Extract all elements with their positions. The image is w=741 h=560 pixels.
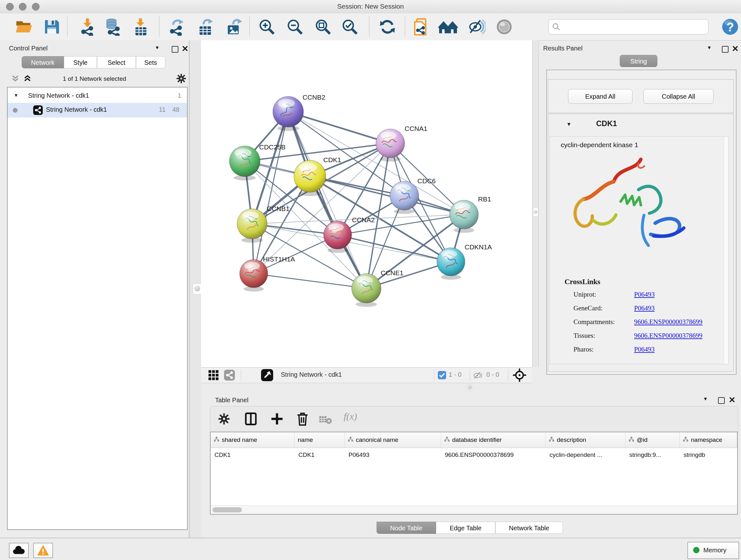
column-header-database-identifier[interactable]: database identifier [441, 432, 546, 448]
network-collection-row[interactable]: ▾ String Network - cdk1 1 [8, 89, 187, 103]
right-splitter-handle[interactable] [533, 207, 538, 216]
network-edge[interactable] [254, 112, 288, 273]
cloud-button[interactable] [9, 543, 29, 558]
column-header-namespace[interactable]: namespace [680, 432, 737, 448]
fit-selected-crosshair-icon[interactable] [513, 368, 527, 382]
tab-node-table[interactable]: Node Table [377, 522, 436, 534]
table-cell[interactable]: CDK1 [294, 448, 345, 462]
control-panel-menu-icon[interactable]: ▾ [156, 44, 158, 51]
network-node-CDKN1A[interactable]: CDKN1A [437, 243, 492, 276]
hidden-elements-eye-icon[interactable] [473, 370, 483, 381]
function-builder-icon[interactable]: f(x) [344, 411, 357, 422]
table-panel-close-icon[interactable] [729, 396, 735, 403]
results-scrollbar[interactable] [724, 137, 728, 364]
zoom-out-icon[interactable] [286, 18, 304, 36]
grid-view-icon[interactable] [208, 370, 219, 381]
network-node-RB1[interactable]: RB1 [450, 195, 491, 229]
string-show-hide-icon[interactable] [468, 18, 486, 36]
save-session-icon[interactable] [43, 18, 61, 36]
warnings-button[interactable] [33, 543, 53, 558]
table-options-gear-icon[interactable] [218, 413, 230, 425]
network-edge[interactable] [254, 273, 366, 288]
crosslink-value-link[interactable]: P06493 [634, 304, 655, 312]
network-node-HIST1H1A[interactable]: HIST1H1A [240, 255, 295, 288]
table-panel-float-icon[interactable] [718, 397, 725, 404]
tab-style[interactable]: Style [64, 56, 97, 68]
collection-collapse-icon[interactable]: ▾ [15, 92, 17, 99]
expand-all-button[interactable]: Expand All [568, 89, 632, 104]
results-panel-menu-icon[interactable]: ▾ [708, 44, 711, 51]
string-sphere-icon[interactable] [495, 18, 513, 36]
collapse-all-button[interactable]: Collapse All [643, 89, 714, 104]
protein-collapse-icon[interactable]: ▾ [567, 120, 570, 128]
tab-string-results[interactable]: String [620, 55, 657, 67]
string-view-icon[interactable] [224, 370, 235, 381]
network-node-CCNA1[interactable]: CCNA1 [376, 125, 427, 158]
help-icon[interactable]: ? [721, 18, 739, 36]
crosslink-value-link[interactable]: P06493 [634, 291, 655, 299]
table-cell[interactable]: 9606.ENSP00000378699 [441, 448, 546, 462]
column-header-name[interactable]: name [294, 432, 345, 448]
network-edge[interactable] [288, 112, 366, 288]
tab-network[interactable]: Network [22, 56, 64, 68]
crosslink-value-link[interactable]: P06493 [634, 346, 655, 354]
network-row-selected[interactable]: String Network - cdk1 11 48 [8, 103, 187, 118]
birds-eye-view-icon[interactable] [261, 369, 273, 381]
show-columns-icon[interactable] [244, 412, 258, 426]
table-horizontal-scrollbar[interactable] [211, 505, 737, 514]
table-cell[interactable]: cyclin-dependent ... [546, 448, 625, 462]
column-header-@id[interactable]: @id [625, 432, 680, 448]
tab-sets[interactable]: Sets [136, 56, 165, 68]
crosslink-value-link[interactable]: 9606.ENSP00000378699 [634, 318, 702, 326]
table-cell[interactable]: stringdb:9... [625, 448, 680, 462]
tab-select[interactable]: Select [97, 56, 136, 68]
network-edge[interactable] [338, 235, 451, 262]
export-table-icon[interactable] [197, 18, 214, 36]
tab-network-table[interactable]: Network Table [495, 522, 563, 534]
control-panel-close-icon[interactable] [182, 45, 188, 52]
delete-column-icon[interactable] [296, 412, 309, 426]
control-panel-float-icon[interactable] [172, 46, 179, 53]
network-edge[interactable] [288, 112, 390, 143]
import-table-file-icon[interactable] [131, 18, 149, 36]
network-edge[interactable] [310, 176, 464, 214]
network-options-gear-icon[interactable] [176, 73, 186, 84]
open-session-icon[interactable] [15, 18, 32, 36]
delete-table-icon[interactable] [319, 415, 332, 424]
network-graph[interactable]: CCNB2CCNA1CDC25BCDK1CDC6RB1CCNB1CCNA2CDK… [201, 40, 532, 367]
crosslink-value-link[interactable]: 9606.ENSP00000378699 [634, 332, 702, 340]
table-cell[interactable]: CDK1 [211, 448, 294, 462]
table-cell[interactable]: stringdb [680, 448, 737, 462]
protein-structure-image[interactable] [562, 154, 697, 260]
left-splitter-handle[interactable] [193, 284, 202, 294]
network-node-CCNB1[interactable]: CCNB1 [237, 205, 289, 239]
add-column-icon[interactable] [270, 412, 284, 426]
string-copy-document-icon[interactable] [412, 18, 430, 36]
refresh-view-icon[interactable] [379, 18, 396, 36]
column-header-description[interactable]: description [546, 432, 625, 448]
network-node-CCNB2[interactable]: CCNB2 [273, 94, 325, 127]
column-header-canonical-name[interactable]: canonical name [345, 432, 441, 448]
scrollbar-thumb[interactable] [212, 507, 242, 512]
zoom-fit-icon[interactable] [314, 18, 332, 36]
selected-checkbox-icon[interactable] [438, 371, 446, 379]
export-network-icon[interactable] [167, 18, 185, 36]
zoom-in-icon[interactable] [258, 18, 276, 36]
string-home-icon[interactable] [438, 18, 458, 36]
horizontal-splitter-handle[interactable] [466, 384, 473, 390]
network-node-CDK1[interactable]: CDK1 [294, 156, 341, 192]
tab-edge-table[interactable]: Edge Table [436, 522, 495, 534]
import-network-database-icon[interactable] [104, 18, 122, 36]
right-splitter[interactable] [532, 40, 539, 367]
column-header-shared-name[interactable]: shared name [211, 432, 294, 448]
results-panel-float-icon[interactable] [722, 46, 729, 53]
results-panel-close-icon[interactable] [732, 45, 738, 52]
search-input[interactable] [562, 21, 704, 32]
table-row[interactable]: CDK1CDK1P064939606.ENSP00000378699cyclin… [211, 448, 737, 462]
table-cell[interactable]: P06493 [345, 448, 441, 462]
left-splitter[interactable] [189, 40, 201, 538]
import-network-file-icon[interactable] [78, 18, 96, 36]
table-panel-menu-icon[interactable]: ▾ [704, 395, 707, 402]
zoom-selected-icon[interactable] [341, 18, 359, 36]
export-image-icon[interactable] [225, 18, 243, 36]
